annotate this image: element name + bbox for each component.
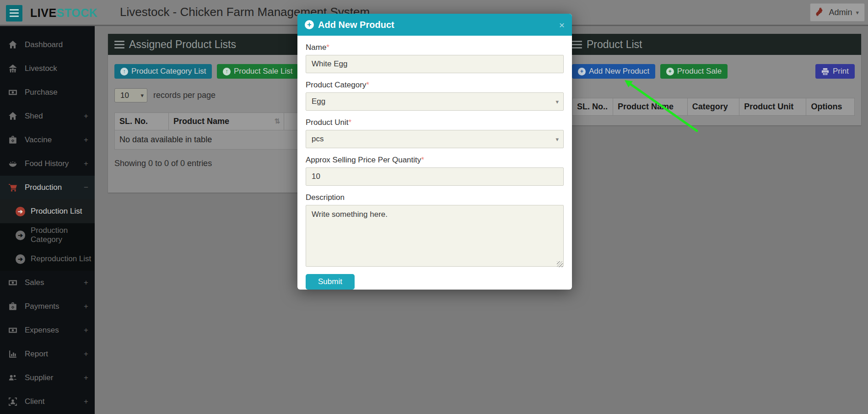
circle-arrow-icon: ➔ bbox=[16, 207, 25, 216]
livestock-icon bbox=[8, 64, 19, 73]
add-new-product-button[interactable]: + Add New Product bbox=[572, 64, 655, 79]
column-header-product-unit[interactable]: Product Unit bbox=[739, 98, 806, 116]
caret-down-icon: ▾ bbox=[555, 136, 559, 143]
sidebar-subitem-production-list[interactable]: ➔ Production List bbox=[0, 199, 95, 223]
sidebar-item-label: Livestock bbox=[25, 64, 57, 73]
report-icon bbox=[8, 349, 19, 359]
label-text: Name bbox=[306, 43, 326, 52]
sidebar-item-label: Food History bbox=[25, 159, 69, 168]
resize-grip-icon[interactable] bbox=[557, 261, 563, 267]
records-per-page-value: 10 bbox=[120, 91, 129, 100]
printer-icon bbox=[821, 68, 829, 75]
name-input[interactable] bbox=[306, 55, 564, 73]
product-list-table: SL. No.. Product Name Category Product U… bbox=[572, 98, 855, 116]
caret-down-icon: ▾ bbox=[555, 98, 559, 105]
expand-plus-icon: + bbox=[84, 349, 88, 359]
product-sale-list-button[interactable]: ↑ Product Sale List bbox=[217, 64, 299, 79]
sidebar-item-production[interactable]: Production − bbox=[0, 176, 95, 199]
plus-circle-icon: + bbox=[578, 68, 586, 75]
column-header-sl-no[interactable]: SL. No.. bbox=[572, 98, 613, 116]
sidebar-subitem-production-category[interactable]: ➔ Production Category bbox=[0, 223, 95, 247]
money-icon bbox=[8, 278, 19, 287]
column-header-sl-no[interactable]: SL. No. bbox=[115, 113, 169, 130]
print-button[interactable]: Print bbox=[815, 64, 855, 79]
sidebar-item-label: Expenses bbox=[25, 326, 59, 335]
product-category-list-button[interactable]: ↑ Product Category List bbox=[114, 64, 212, 79]
collapse-minus-icon: − bbox=[84, 183, 88, 192]
sidebar-item-label: Production bbox=[25, 183, 62, 192]
sidebar-item-label: Vaccine bbox=[25, 135, 52, 145]
column-header-product-name[interactable]: Product Name bbox=[613, 98, 688, 116]
submit-button[interactable]: Submit bbox=[306, 274, 355, 290]
sidebar-subitem-label: Reproduction List bbox=[31, 254, 91, 263]
records-per-page-label: records per page bbox=[153, 91, 216, 100]
brand-stock-text: STOCK bbox=[57, 6, 98, 19]
caret-down-icon: ▾ bbox=[856, 9, 859, 16]
column-header-label: Product Name bbox=[173, 117, 229, 126]
sidebar-item-payments[interactable]: Payments + bbox=[0, 295, 95, 318]
sidebar-item-food-history[interactable]: Food History + bbox=[0, 152, 95, 176]
product-unit-select[interactable]: pcs ▾ bbox=[306, 130, 564, 148]
description-textarea[interactable]: Write something here. bbox=[306, 205, 564, 267]
description-field-label: Description bbox=[306, 193, 564, 202]
sidebar-item-report[interactable]: Report + bbox=[0, 342, 95, 366]
sidebar-item-vaccine[interactable]: Vaccine + bbox=[0, 128, 95, 152]
sidebar-item-supplier[interactable]: Supplier + bbox=[0, 366, 95, 390]
label-text: Approx Selling Price Per Quantity bbox=[306, 156, 421, 164]
sidebar-toggle-hamburger-icon[interactable] bbox=[6, 5, 22, 22]
sidebar-item-client[interactable]: Client + bbox=[0, 390, 95, 414]
admin-label: Admin bbox=[829, 8, 852, 17]
column-header-product-name[interactable]: Product Name ⇅ bbox=[169, 113, 284, 130]
product-category-select[interactable]: Egg ▾ bbox=[306, 92, 564, 111]
sidebar-item-label: Payments bbox=[25, 302, 59, 311]
expand-plus-icon: + bbox=[84, 373, 88, 382]
admin-menu[interactable]: Admin ▾ bbox=[810, 3, 865, 22]
required-asterisk: * bbox=[421, 156, 424, 164]
arrow-up-circle-icon: ↑ bbox=[120, 68, 128, 75]
select-value: pcs bbox=[312, 134, 323, 144]
arrow-up-circle-icon: ↑ bbox=[223, 68, 231, 75]
sidebar-item-purchase[interactable]: Purchase bbox=[0, 81, 95, 104]
product-sale-button[interactable]: + Product Sale bbox=[660, 64, 728, 79]
expand-plus-icon: + bbox=[84, 397, 88, 406]
money-icon bbox=[8, 88, 19, 97]
sidebar-item-sales[interactable]: Sales + bbox=[0, 271, 95, 295]
rooster-icon bbox=[815, 7, 825, 18]
sidebar-item-label: Supplier bbox=[25, 373, 53, 382]
expand-plus-icon: + bbox=[84, 278, 88, 287]
column-header-options[interactable]: Options bbox=[806, 98, 855, 116]
records-per-page-select[interactable]: 10 ▾ bbox=[114, 88, 147, 102]
sidebar-item-label: Dashboard bbox=[25, 40, 63, 49]
sidebar-item-dashboard[interactable]: Dashboard bbox=[0, 33, 95, 57]
product-category-field-label: Product Category* bbox=[306, 81, 564, 90]
caret-down-icon: ▾ bbox=[140, 92, 144, 99]
add-new-product-modal: + Add New Product × Name* Product Catego… bbox=[297, 14, 572, 290]
button-label: Add New Product bbox=[589, 67, 649, 76]
sidebar-item-label: Report bbox=[25, 349, 48, 359]
expand-plus-icon: + bbox=[84, 326, 88, 335]
circle-arrow-icon: ➔ bbox=[16, 231, 25, 240]
sidebar-item-shed[interactable]: Shed + bbox=[0, 104, 95, 128]
sidebar-subitem-reproduction-list[interactable]: ➔ Reproduction List bbox=[0, 247, 95, 271]
sidebar-item-expenses[interactable]: Expenses + bbox=[0, 318, 95, 342]
sidebar-item-livestock[interactable]: Livestock bbox=[0, 57, 95, 81]
product-list-panel: Product List + Add New Product + Product… bbox=[566, 34, 861, 125]
modal-body: Name* Product Category* Egg ▾ Product Un… bbox=[297, 36, 572, 290]
brand-live-text: LIVE bbox=[30, 6, 57, 19]
required-asterisk: * bbox=[326, 43, 329, 52]
expand-plus-icon: + bbox=[84, 302, 88, 311]
column-header-category[interactable]: Category bbox=[687, 98, 739, 116]
cart-icon bbox=[8, 183, 19, 192]
home-icon bbox=[8, 40, 19, 49]
required-asterisk: * bbox=[349, 118, 352, 127]
product-unit-field-label: Product Unit* bbox=[306, 118, 564, 127]
button-label: Product Sale bbox=[677, 67, 722, 76]
circle-arrow-icon: ➔ bbox=[16, 254, 25, 264]
expand-plus-icon: + bbox=[84, 135, 88, 145]
price-input[interactable] bbox=[306, 167, 564, 186]
plus-circle-icon: + bbox=[666, 68, 674, 75]
close-icon[interactable]: × bbox=[559, 20, 565, 30]
button-label: Product Sale List bbox=[234, 67, 293, 76]
label-text: Product Category bbox=[306, 81, 366, 89]
money-icon bbox=[8, 326, 19, 335]
